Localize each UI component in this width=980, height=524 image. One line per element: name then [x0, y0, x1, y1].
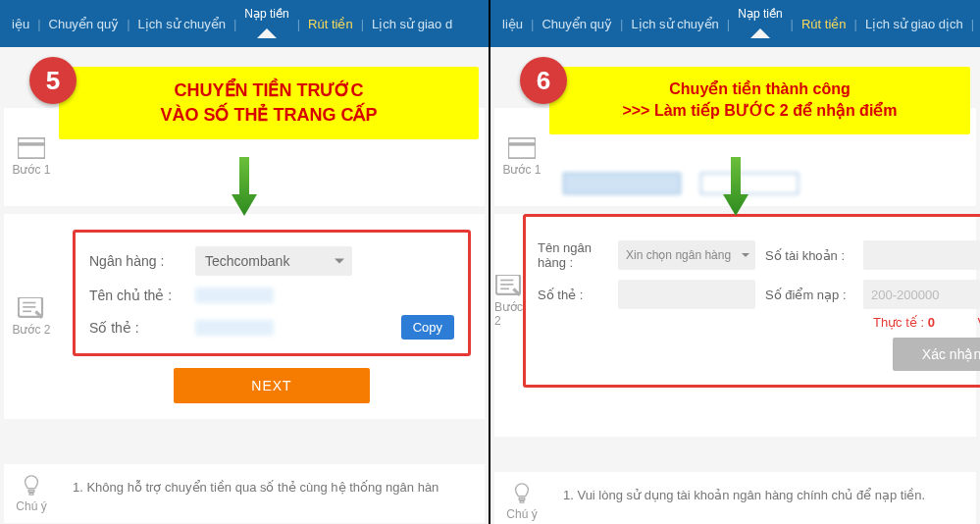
note-label: Chú ý	[16, 499, 46, 513]
nav-nap-tien-r[interactable]: Nạp tiền	[730, 7, 790, 21]
copy-button[interactable]: Copy	[401, 315, 454, 340]
bank-select[interactable]: Techcombank	[195, 246, 352, 276]
next-button[interactable]: NEXT	[174, 368, 370, 403]
nav-nap-tien[interactable]: Nạp tiền	[236, 7, 296, 21]
nav-ieu[interactable]: iệu	[4, 17, 37, 31]
bank-select-r[interactable]: Xin chọn ngân hàng	[618, 240, 755, 270]
note-label-r: Chú ý	[506, 507, 537, 521]
step1-label-r: Bước 1	[502, 163, 541, 177]
callout-line2: VÀO SỐ THẺ TRANG CẤP	[69, 103, 469, 128]
form-icon	[18, 297, 45, 319]
step1-sidebar: Bước 1	[4, 108, 59, 206]
navbar-left: iệu | Chuyển quỹ | Lịch sử chuyển | Nạp …	[0, 0, 489, 47]
left-panel: iệu | Chuyển quỹ | Lịch sử chuyển | Nạp …	[0, 0, 489, 524]
navbar-right: liệu | Chuyển quỹ | Lịch sử chuyển | Nạp…	[490, 0, 980, 47]
label-so-the: Số thẻ :	[89, 320, 187, 336]
nav-rut-tien[interactable]: Rút tiền	[300, 17, 361, 31]
arrow-down-icon-r	[721, 157, 750, 216]
nav-chuyen-quy-r[interactable]: Chuyển quỹ	[534, 17, 620, 31]
step2-sidebar-r: Bước 2	[494, 214, 523, 388]
note-sidebar: Chú ý	[4, 464, 59, 523]
cardholder-value-blurred	[195, 288, 274, 303]
callout-line1: CHUYỂN TIỀN TRƯỚC	[69, 79, 469, 103]
callout-right: Chuyển tiền thành công >>> Làm tiếp BƯỚC…	[549, 67, 970, 134]
bulb-icon	[508, 482, 536, 503]
step1-sidebar-r: Bước 1	[494, 108, 549, 206]
note-row-left: Chú ý 1. Không hỗ trợ chuyển tiền qua số…	[4, 464, 485, 523]
step-badge-6: 6	[520, 57, 567, 104]
actual-amount: Thực tế : 0 VNĐ	[538, 315, 980, 330]
points-input[interactable]: 200-200000	[863, 280, 980, 309]
bulb-icon	[18, 474, 45, 496]
nav-khuyen-mai-r[interactable]: Khuyến mãi	[974, 17, 980, 31]
callout-r-line2: >>> Làm tiếp BƯỚC 2 để nhận điểm	[559, 100, 960, 122]
chevron-down-icon	[335, 259, 344, 264]
field-ngan-hang: Ngân hàng : Techcombank	[89, 246, 454, 276]
field-ten-chu-the: Tên chủ thẻ :	[89, 288, 454, 303]
card-icon	[18, 137, 45, 159]
step2-sidebar: Bước 2	[4, 214, 59, 419]
account-number-input[interactable]	[863, 240, 980, 270]
step2-row-left: Bước 2 Ngân hàng : Techcombank Tên chủ t…	[4, 214, 485, 419]
nav-lich-su-chuyen[interactable]: Lịch sử chuyển	[130, 17, 233, 31]
nav-lich-su-chuyen-r[interactable]: Lịch sử chuyển	[623, 17, 726, 31]
step2-row-right: Bước 2 Tên ngân hàng : Xin chọn ngân hàn…	[494, 214, 976, 437]
nav-lich-su-giao-dich-r[interactable]: Lịch sử giao dịch	[857, 17, 971, 31]
callout-r-line1: Chuyển tiền thành công	[559, 79, 960, 100]
card-number-input[interactable]	[618, 280, 755, 309]
nav-chuyen-quy[interactable]: Chuyển quỹ	[41, 17, 128, 31]
chevron-down-icon	[742, 253, 749, 257]
red-frame-left: Ngân hàng : Techcombank Tên chủ thẻ : Số…	[73, 230, 471, 356]
nav-lieu[interactable]: liệu	[494, 17, 531, 31]
label-ten-ngan-hang: Tên ngân hàng :	[538, 240, 608, 270]
step1-label: Bước 1	[12, 163, 50, 177]
label-so-the-r: Số thẻ :	[538, 288, 608, 302]
red-frame-right: Tên ngân hàng : Xin chọn ngân hàng Số tà…	[523, 214, 980, 388]
card-icon	[508, 137, 536, 159]
svg-rect-9	[508, 142, 536, 146]
svg-rect-8	[508, 138, 536, 159]
field-so-the: Số thẻ : Copy	[89, 315, 454, 340]
right-panel: liệu | Chuyển quỹ | Lịch sử chuyển | Nạp…	[490, 0, 980, 524]
label-so-tai-khoan: Số tài khoản :	[765, 248, 853, 263]
note-row-right: Chú ý 1. Vui lòng sử dụng tài khoản ngân…	[494, 472, 976, 524]
confirm-button[interactable]: Xác nhận	[893, 338, 980, 371]
label-so-diem-nap: Số điểm nạp :	[765, 288, 853, 302]
step1-blurred-content	[563, 173, 799, 194]
svg-rect-1	[18, 138, 45, 159]
svg-marker-7	[723, 157, 748, 216]
form-icon	[495, 275, 523, 296]
callout-left: CHUYỂN TIỀN TRƯỚC VÀO SỐ THẺ TRANG CẤP	[59, 67, 479, 139]
label-ngan-hang: Ngân hàng :	[89, 253, 187, 269]
note-content-right: 1. Vui lòng sử dụng tài khoản ngân hàng …	[549, 472, 976, 524]
note-content-left: 1. Không hỗ trợ chuyển tiền qua số thẻ c…	[59, 464, 485, 523]
note-sidebar-r: Chú ý	[494, 472, 549, 524]
svg-rect-2	[18, 142, 45, 146]
nav-lich-su-giao[interactable]: Lịch sử giao d	[364, 17, 460, 31]
step2-label-r: Bước 2	[494, 300, 523, 328]
step-badge-5: 5	[29, 57, 77, 104]
cardnumber-value-blurred	[195, 320, 274, 336]
arrow-down-icon	[230, 157, 259, 216]
label-ten-chu-the: Tên chủ thẻ :	[89, 288, 187, 303]
svg-marker-0	[232, 157, 257, 216]
step2-label: Bước 2	[12, 323, 50, 337]
nav-rut-tien-r[interactable]: Rút tiền	[794, 17, 854, 31]
